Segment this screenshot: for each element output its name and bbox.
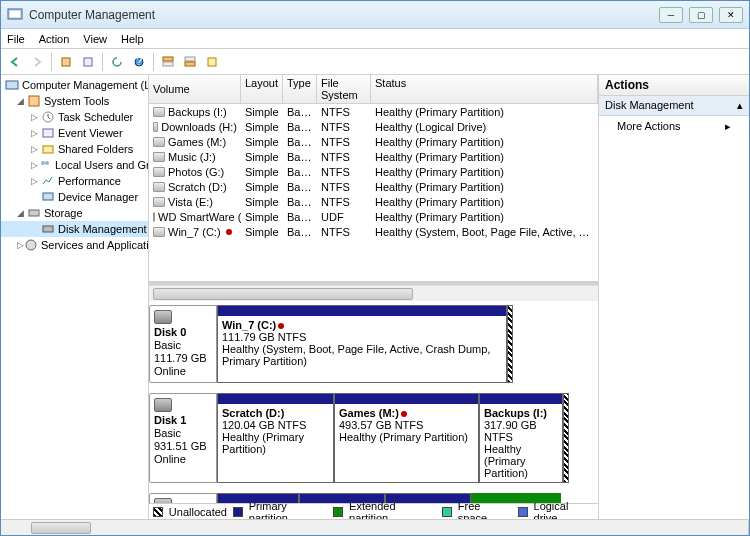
volume-type: Basic — [283, 106, 317, 118]
volume-scrollbar[interactable] — [149, 285, 598, 301]
forward-button[interactable] — [27, 52, 47, 72]
disk-graphical-view[interactable]: Disk 0 Basic 111.79 GB Online Win_7 (C:)… — [149, 301, 598, 503]
settings-button[interactable] — [202, 52, 222, 72]
toolbar-divider — [153, 53, 154, 71]
partition-color-bar — [480, 394, 562, 404]
drive-icon — [153, 197, 165, 207]
svg-rect-2 — [62, 58, 70, 66]
svg-rect-6 — [163, 57, 173, 61]
col-status[interactable]: Status — [371, 75, 598, 103]
volume-row[interactable]: Music (J:) Simple Basic NTFS Healthy (Pr… — [149, 149, 598, 164]
view-bottom-button[interactable] — [180, 52, 200, 72]
tree-performance[interactable]: ▷Performance — [1, 173, 148, 189]
volume-type: Basic — [283, 166, 317, 178]
disk-header[interactable]: Disk 0 Basic 111.79 GB Online — [149, 305, 217, 383]
partition-block[interactable]: Scratch (D:) 120.04 GB NTFS Healthy (Pri… — [217, 393, 334, 483]
tree-root[interactable]: Computer Management (Local — [1, 77, 148, 93]
tree-task-scheduler[interactable]: ▷Task Scheduler — [1, 109, 148, 125]
col-type[interactable]: Type — [283, 75, 317, 103]
window-title: Computer Management — [29, 8, 659, 22]
unallocated-block[interactable] — [563, 393, 569, 483]
actions-header: Actions — [599, 75, 749, 96]
help-button[interactable]: ? — [129, 52, 149, 72]
disk-partitions: Win_7 (C:) 111.79 GB NTFS Healthy (Syste… — [217, 305, 598, 383]
volume-row[interactable]: WD SmartWare (F:) Simple Basic UDF Healt… — [149, 209, 598, 224]
menu-action[interactable]: Action — [39, 33, 70, 45]
volume-row[interactable]: Scratch (D:) Simple Basic NTFS Healthy (… — [149, 179, 598, 194]
partition-block[interactable]: Win_7 (C:) 111.79 GB NTFS Healthy (Syste… — [217, 305, 507, 383]
menu-view[interactable]: View — [83, 33, 107, 45]
minimize-button[interactable]: ─ — [659, 7, 683, 23]
volume-name: Backups (I:) — [168, 106, 227, 118]
unallocated-block[interactable] — [507, 305, 513, 383]
tree-device-manager[interactable]: Device Manager — [1, 189, 148, 205]
tree-event-viewer[interactable]: ▷Event Viewer — [1, 125, 148, 141]
volume-status: Healthy (Primary Partition) — [371, 166, 598, 178]
col-filesystem[interactable]: File System — [317, 75, 371, 103]
partition-block[interactable]: Backups (I:) 317.90 GB NTFS Healthy (Pri… — [479, 393, 563, 483]
volume-row[interactable]: Photos (G:) Simple Basic NTFS Healthy (P… — [149, 164, 598, 179]
volume-list[interactable]: Volume Layout Type File System Status Ba… — [149, 75, 598, 285]
maximize-button[interactable]: ▢ — [689, 7, 713, 23]
disk-row[interactable]: Disk 1 Basic 931.51 GB Online Scratch (D… — [149, 393, 598, 483]
volume-row[interactable]: Vista (E:) Simple Basic NTFS Healthy (Pr… — [149, 194, 598, 209]
up-button[interactable] — [56, 52, 76, 72]
refresh-button[interactable] — [107, 52, 127, 72]
volume-fs: NTFS — [317, 166, 371, 178]
svg-rect-3 — [84, 58, 92, 66]
volume-name: Downloads (H:) — [161, 121, 237, 133]
svg-rect-19 — [29, 210, 39, 216]
partition-block[interactable]: Vista (E:) 120.00 GB NTFS Healthy (Prima… — [217, 493, 299, 503]
volume-layout: Simple — [241, 151, 283, 163]
actions-section[interactable]: Disk Management▴ — [599, 96, 749, 116]
menu-help[interactable]: Help — [121, 33, 144, 45]
volume-fs: NTFS — [317, 106, 371, 118]
volume-status: Healthy (Primary Partition) — [371, 151, 598, 163]
properties-button[interactable] — [78, 52, 98, 72]
svg-rect-20 — [43, 226, 53, 232]
partition-block[interactable]: Photos (G:) 200.00 GB NTFS Healthy (Acti… — [299, 493, 385, 503]
more-actions-label: More Actions — [617, 120, 681, 133]
nav-tree[interactable]: Computer Management (Local ◢System Tools… — [1, 75, 149, 519]
volume-status: Healthy (Primary Partition) — [371, 136, 598, 148]
svg-text:?: ? — [136, 56, 142, 67]
tree-shared-folders[interactable]: ▷Shared Folders — [1, 141, 148, 157]
tree-local-users[interactable]: ▷Local Users and Groups — [1, 157, 148, 173]
volume-name: Scratch (D:) — [168, 181, 227, 193]
volume-row[interactable]: Downloads (H:) Simple Basic NTFS Healthy… — [149, 119, 598, 134]
close-button[interactable]: ✕ — [719, 7, 743, 23]
disk-header[interactable]: Disk 1 Basic 931.51 GB Online — [149, 393, 217, 483]
drive-icon — [153, 212, 155, 222]
partition-block[interactable]: Music (J:) 200.00 GB NTFS Healthy (Prima… — [385, 493, 471, 503]
more-actions[interactable]: More Actions▸ — [599, 116, 749, 137]
view-top-button[interactable] — [158, 52, 178, 72]
tree-scrollbar[interactable] — [1, 519, 749, 535]
svg-rect-15 — [43, 146, 53, 153]
partition-block[interactable]: Downloads (H:) 178.63 GB NTFS Healthy (L… — [471, 493, 561, 503]
tree-storage[interactable]: ◢Storage — [1, 205, 148, 221]
tree-system-tools[interactable]: ◢System Tools — [1, 93, 148, 109]
actions-pane: Actions Disk Management▴ More Actions▸ — [599, 75, 749, 519]
partition-color-bar — [386, 494, 470, 503]
back-button[interactable] — [5, 52, 25, 72]
volume-row[interactable]: Win_7 (C:) Simple Basic NTFS Healthy (Sy… — [149, 224, 598, 239]
partition-color-bar — [218, 494, 298, 503]
disk-row[interactable]: Disk 0 Basic 111.79 GB Online Win_7 (C:)… — [149, 305, 598, 383]
partition-color-bar — [335, 394, 478, 404]
swatch-unallocated — [153, 507, 163, 517]
disk-header[interactable]: Disk 2 Basic 698.64 GB Online — [149, 493, 217, 503]
col-volume[interactable]: Volume — [149, 75, 241, 103]
tree-services-apps[interactable]: ▷Services and Applications — [1, 237, 148, 253]
svg-point-17 — [45, 161, 49, 165]
tree-disk-management[interactable]: Disk Management — [1, 221, 148, 237]
partition-label: Win_7 (C:) — [222, 319, 276, 331]
disk-size: 931.51 GB — [154, 440, 207, 452]
menu-file[interactable]: File — [7, 33, 25, 45]
partition-block[interactable]: Games (M:) 493.57 GB NTFS Healthy (Prima… — [334, 393, 479, 483]
disk-row[interactable]: Disk 2 Basic 698.64 GB Online Vista (E:)… — [149, 493, 598, 503]
volume-row[interactable]: Backups (I:) Simple Basic NTFS Healthy (… — [149, 104, 598, 119]
col-layout[interactable]: Layout — [241, 75, 283, 103]
volume-row[interactable]: Games (M:) Simple Basic NTFS Healthy (Pr… — [149, 134, 598, 149]
drive-icon — [153, 227, 165, 237]
tree-label: Storage — [44, 207, 83, 219]
